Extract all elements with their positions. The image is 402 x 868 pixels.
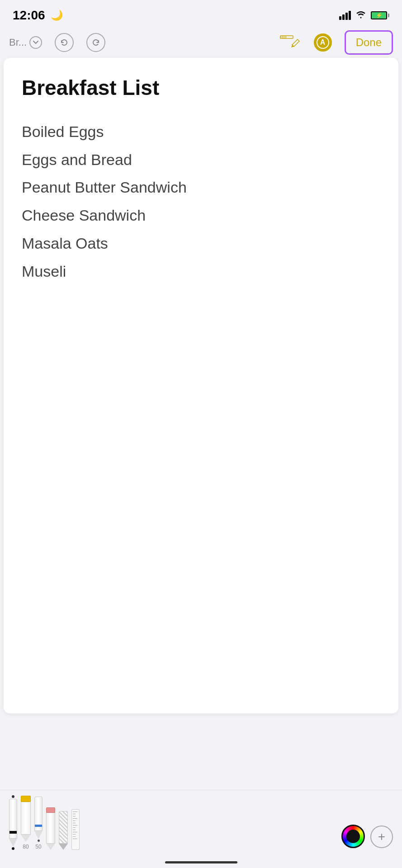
eraser-pink-tool[interactable]	[46, 807, 55, 850]
markup-icon[interactable]	[279, 34, 301, 51]
note-paper: Breakfast List Boiled EggsEggs and Bread…	[4, 58, 398, 713]
list-item: Peanut Butter Sandwich	[22, 174, 380, 202]
wifi-icon	[355, 9, 366, 21]
status-icons: ⚡	[339, 9, 389, 21]
highlighter-label: 80	[23, 844, 28, 850]
pen-black-tool[interactable]	[9, 799, 17, 850]
ruler-tool[interactable]	[71, 809, 80, 850]
highlighter-yellow-tool[interactable]: 80	[21, 796, 31, 850]
drawing-toolbar: 80 50	[0, 790, 402, 868]
status-bar: 12:06 🌙 ⚡	[0, 0, 402, 27]
home-indicator	[165, 861, 237, 863]
toolbar: Br... A Done	[0, 27, 402, 58]
toolbar-left: Br...	[9, 36, 42, 49]
done-button[interactable]: Done	[345, 30, 393, 55]
pencil-blue-tool[interactable]: 50	[34, 797, 43, 850]
note-list: Boiled EggsEggs and BreadPeanut Butter S…	[22, 118, 380, 286]
signal-icon	[339, 11, 351, 20]
battery-icon: ⚡	[371, 11, 389, 19]
pencil-label: 50	[35, 844, 41, 850]
list-item: Masala Oats	[22, 230, 380, 258]
undo-button[interactable]	[55, 33, 74, 52]
note-title-truncated: Br...	[9, 37, 27, 48]
status-time: 12:06	[13, 8, 45, 23]
moon-icon: 🌙	[51, 9, 63, 21]
redo-button[interactable]	[86, 33, 105, 52]
list-item: Eggs and Bread	[22, 146, 380, 174]
list-item: Cheese Sandwich	[22, 202, 380, 230]
chevron-down-icon[interactable]	[29, 36, 42, 49]
tool-container: 80 50	[9, 796, 336, 850]
add-tool-button[interactable]: +	[370, 826, 393, 848]
note-heading: Breakfast List	[22, 76, 380, 100]
color-picker-button[interactable]	[341, 825, 365, 848]
proofread-icon[interactable]: A	[314, 33, 332, 52]
hatch-brush-tool[interactable]	[59, 811, 68, 850]
active-indicator	[12, 795, 14, 798]
list-item: Museli	[22, 258, 380, 286]
list-item: Boiled Eggs	[22, 118, 380, 146]
